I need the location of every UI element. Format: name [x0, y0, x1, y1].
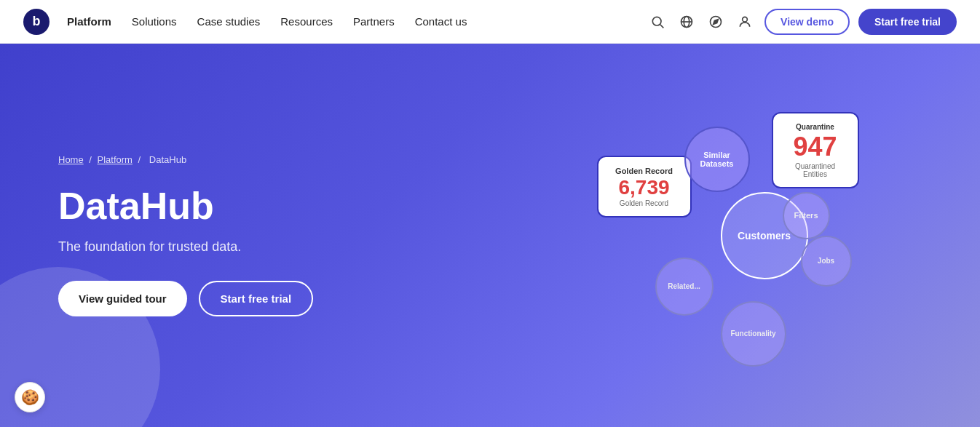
logo[interactable]: b [23, 9, 50, 35]
start-free-trial-hero-button[interactable]: Start free trial [199, 281, 314, 316]
nav-solutions[interactable]: Solutions [132, 15, 177, 28]
header: b Platform Solutions Case studies Resour… [0, 0, 980, 44]
view-demo-button[interactable]: View demo [764, 9, 850, 35]
viz-diagram: Golden Record 6,739 Golden Record Quaran… [582, 97, 888, 374]
related-label: Related... [665, 279, 703, 293]
globe-icon[interactable] [679, 14, 695, 30]
golden-record-sub: Golden Record [610, 199, 679, 207]
svg-point-7 [743, 17, 748, 22]
nav-case-studies[interactable]: Case studies [197, 15, 261, 28]
hero-section: Home / Platform / DataHub DataHub The fo… [0, 44, 980, 427]
nav-resources[interactable]: Resources [280, 15, 333, 28]
logo-letter: b [33, 14, 41, 29]
compass-icon[interactable] [708, 14, 724, 30]
nav-contact[interactable]: Contact us [415, 15, 467, 28]
main-nav: Platform Solutions Case studies Resource… [67, 15, 649, 28]
quarantine-card: Quarantine 947 Quarantined Entities [772, 112, 859, 188]
breadcrumb-current: DataHub [149, 154, 186, 165]
breadcrumb: Home / Platform / DataHub [58, 154, 446, 165]
svg-marker-6 [714, 19, 719, 24]
hero-buttons: View guided tour Start free trial [58, 281, 446, 316]
quarantine-sub: Quarantined Entities [785, 162, 846, 178]
filters-bubble: Filters [783, 192, 830, 239]
start-free-trial-header-button[interactable]: Start free trial [858, 9, 957, 35]
jobs-label: Jobs [815, 254, 837, 268]
breadcrumb-platform[interactable]: Platform [98, 154, 133, 165]
breadcrumb-sep-1: / [89, 154, 94, 165]
golden-record-card: Golden Record 6,739 Golden Record [597, 156, 692, 218]
golden-record-number: 6,739 [610, 176, 679, 199]
golden-record-title: Golden Record [610, 166, 679, 176]
nav-partners[interactable]: Partners [353, 15, 395, 28]
similar-datasets-bubble: Similar Datasets [684, 127, 750, 192]
hero-content: Home / Platform / DataHub DataHub The fo… [0, 44, 490, 427]
header-icons [649, 14, 753, 30]
svg-point-0 [652, 17, 661, 25]
jobs-bubble: Jobs [801, 236, 852, 287]
functionality-bubble: Functionality [721, 301, 786, 367]
search-icon[interactable] [649, 14, 665, 30]
user-icon[interactable] [737, 14, 753, 30]
hero-subtitle: The foundation for trusted data. [58, 239, 446, 255]
cookie-icon: 🍪 [21, 388, 39, 406]
cookie-button[interactable]: 🍪 [15, 382, 45, 412]
customers-label: Customers [735, 227, 794, 244]
breadcrumb-sep-2: / [138, 154, 143, 165]
hero-visualization: Golden Record 6,739 Golden Record Quaran… [490, 44, 980, 427]
view-guided-tour-button[interactable]: View guided tour [58, 281, 187, 316]
quarantine-label: Quarantine [785, 122, 846, 132]
quarantine-number: 947 [785, 132, 846, 162]
related-bubble: Related... [655, 258, 714, 316]
svg-line-1 [660, 24, 664, 28]
breadcrumb-home[interactable]: Home [58, 154, 84, 165]
page-title: DataHub [58, 185, 446, 227]
functionality-label: Functionality [727, 327, 778, 340]
nav-platform[interactable]: Platform [67, 15, 111, 28]
filters-label: Filters [791, 208, 821, 223]
similar-datasets-label: Similar Datasets [686, 148, 748, 171]
